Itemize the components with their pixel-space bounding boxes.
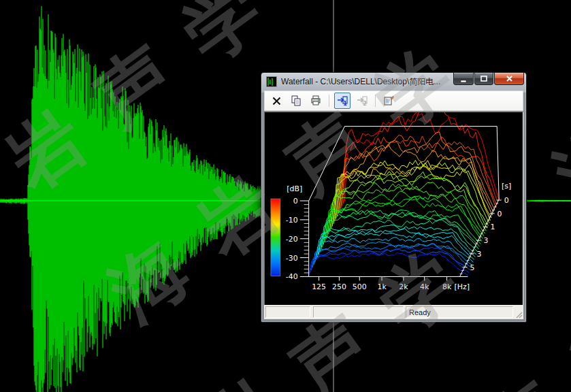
svg-text:-40: -40: [286, 272, 298, 281]
waterfall-window[interactable]: Waterfall - C:\Users\DELL\Desktop\简阳电...: [261, 72, 527, 323]
close-icon: [505, 74, 514, 83]
toolbar-separator: [329, 95, 329, 107]
delete-icon: [272, 96, 282, 106]
print-icon: [310, 95, 321, 106]
copy-button[interactable]: [288, 93, 304, 109]
status-panel-2: [313, 306, 404, 318]
copy-icon: [291, 95, 301, 106]
transfer-2-button[interactable]: 2: [354, 93, 370, 109]
svg-text:1: 1: [491, 223, 495, 231]
svg-text:-30: -30: [286, 254, 298, 263]
waterfall-3d-chart: 0-10-20-30-40[dB]1252505001k2k4k8k[Hz]00…: [265, 112, 523, 305]
toolbar-separator: [375, 95, 376, 107]
toolbar: 1 2: [264, 91, 523, 111]
svg-text:3: 3: [477, 250, 482, 259]
status-text: Ready: [409, 308, 431, 316]
transfer-1-button[interactable]: 1: [334, 93, 350, 109]
minimize-button[interactable]: [453, 73, 474, 85]
maximize-icon: [480, 75, 488, 83]
window-title: Waterfall - C:\Users\DELL\Desktop\简阳电...: [281, 76, 440, 88]
svg-text:250: 250: [332, 282, 346, 291]
delete-button[interactable]: [268, 93, 284, 109]
svg-text:0: 0: [497, 210, 502, 218]
svg-text:[dB]: [dB]: [287, 184, 302, 193]
svg-text:2k: 2k: [399, 282, 408, 291]
svg-text:0: 0: [504, 196, 509, 205]
svg-text:-10: -10: [286, 216, 298, 225]
close-button[interactable]: [494, 73, 524, 85]
waterfall-plot-area[interactable]: 0-10-20-30-40[dB]1252505001k2k4k8k[Hz]00…: [264, 112, 523, 306]
svg-text:0: 0: [293, 197, 298, 206]
svg-text:3: 3: [484, 236, 489, 245]
resize-grip[interactable]: [515, 310, 523, 318]
print-button[interactable]: [308, 93, 324, 109]
properties-button[interactable]: [380, 93, 397, 109]
svg-text:-20: -20: [286, 235, 298, 244]
svg-text:500: 500: [353, 282, 367, 291]
svg-text:1k: 1k: [377, 282, 387, 291]
app-icon: [266, 76, 277, 87]
svg-text:8k: 8k: [442, 282, 452, 291]
transfer-2-icon: 2: [357, 96, 368, 106]
svg-text:1: 1: [343, 101, 347, 106]
status-bar: Ready: [264, 305, 523, 319]
maximize-button[interactable]: [474, 73, 493, 85]
svg-text:[Hz]: [Hz]: [455, 282, 470, 291]
svg-text:5: 5: [470, 263, 475, 272]
svg-text:2: 2: [363, 101, 367, 106]
transfer-1-icon: 1: [337, 96, 348, 106]
svg-text:4k: 4k: [420, 282, 429, 291]
status-panel-ready: Ready: [406, 306, 513, 318]
status-panel-1: [265, 306, 310, 318]
svg-text:[s]: [s]: [502, 182, 511, 191]
svg-text:125: 125: [312, 282, 326, 291]
properties-icon: [383, 95, 394, 106]
window-controls: [453, 73, 524, 85]
desktop: Waterfall - C:\Users\DELL\Desktop\简阳电...: [0, 0, 571, 392]
minimize-icon: [459, 75, 468, 83]
